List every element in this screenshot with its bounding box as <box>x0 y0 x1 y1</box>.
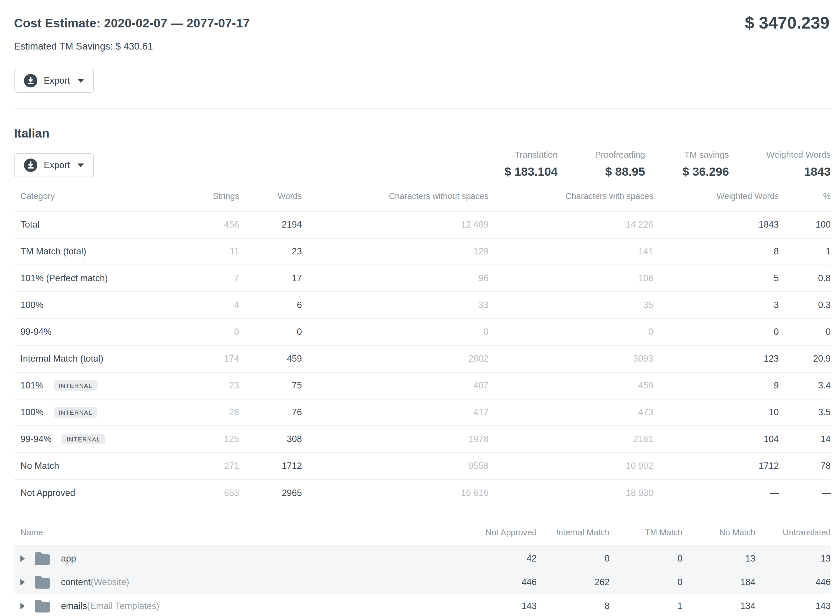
stat-proofreading: Proofreading $ 88.95 <box>595 150 645 179</box>
category-label: Not Approved <box>21 488 75 498</box>
weighted-words-value: 3 <box>653 292 779 318</box>
category-table-row: Internal Match (total) 174 459 2802 3093… <box>14 345 831 372</box>
tm-savings-line: Estimated TM Savings: $ 430.61 <box>14 41 831 52</box>
category-table-row: Total 456 2194 12 489 14 226 1843 100 <box>14 211 831 238</box>
stat-value: $ 36.296 <box>683 165 729 179</box>
files-table-row[interactable]: app 42 0 0 13 13 <box>14 546 831 570</box>
words-value: 2194 <box>239 211 302 238</box>
percent-value: — <box>779 479 831 506</box>
files-table-row[interactable]: content(Website) 446 262 0 184 446 <box>14 570 831 594</box>
stat-label: TM savings <box>683 150 729 160</box>
internal-badge: INTERNAL <box>62 434 105 444</box>
chars-without-spaces-value: 16 616 <box>302 479 488 506</box>
chars-without-spaces-value: 407 <box>302 372 488 399</box>
language-export-button[interactable]: Export <box>14 153 94 177</box>
expand-caret-icon[interactable] <box>21 579 25 585</box>
language-heading: Italian <box>14 126 831 141</box>
chars-without-spaces-value: 129 <box>302 238 488 265</box>
not-approved-value: 446 <box>452 570 537 594</box>
column-header-tm-match: TM Match <box>610 528 683 546</box>
column-header-name: Name <box>14 528 452 546</box>
strings-value: 23 <box>177 372 239 399</box>
percent-value: 3.4 <box>779 372 831 399</box>
strings-value: 7 <box>177 265 239 292</box>
no-match-value: 184 <box>683 570 755 594</box>
stat-value: $ 183.104 <box>505 165 558 179</box>
category-table-row: 101% INTERNAL 23 75 407 459 9 3.4 <box>14 372 831 399</box>
percent-value: 0.3 <box>779 292 831 318</box>
column-header-not-approved: Not Approved <box>452 528 537 546</box>
chars-with-spaces-value: 0 <box>488 318 653 345</box>
category-table-row: 100% 4 6 33 35 3 0.3 <box>14 292 831 318</box>
files-table-row[interactable]: emails(Email Templates) 143 8 1 134 143 <box>14 594 831 616</box>
expand-caret-icon[interactable] <box>21 555 25 562</box>
percent-value: 20.9 <box>779 345 831 372</box>
weighted-words-value: 9 <box>653 372 779 399</box>
words-value: 76 <box>239 399 302 426</box>
category-label: Total <box>21 219 40 230</box>
chars-without-spaces-value: 2802 <box>302 345 488 372</box>
grand-total-amount: $ 3470.239 <box>745 13 830 32</box>
internal-match-value: 0 <box>537 546 610 570</box>
category-label: TM Match (total) <box>21 246 86 257</box>
category-table-row: 101% (Perfect match) 7 17 96 106 5 0.8 <box>14 265 831 292</box>
chevron-down-icon <box>78 163 84 167</box>
chars-with-spaces-value: 141 <box>488 238 653 265</box>
weighted-words-value: 5 <box>653 265 779 292</box>
column-header-untranslated: Untranslated <box>755 528 831 546</box>
percent-value: 0.8 <box>779 265 831 292</box>
not-approved-value: 42 <box>452 546 537 570</box>
chars-without-spaces-value: 1978 <box>302 426 488 453</box>
cost-estimate-page: Cost Estimate: 2020-02-07 — 2077-07-17 $… <box>0 0 840 616</box>
stat-label: Proofreading <box>595 150 645 160</box>
words-value: 1712 <box>239 453 302 479</box>
stat-label: Weighted Words <box>766 150 831 160</box>
category-table-row: TM Match (total) 11 23 129 141 8 1 <box>14 238 831 265</box>
weighted-words-value: 123 <box>653 345 779 372</box>
untranslated-value: 143 <box>755 594 831 616</box>
chars-with-spaces-value: 14 226 <box>488 211 653 238</box>
category-table-row: No Match 271 1712 9558 10 992 1712 78 <box>14 453 831 479</box>
untranslated-value: 13 <box>755 546 831 570</box>
column-header-internal-match: Internal Match <box>537 528 610 546</box>
files-table-header: Name Not Approved Internal Match TM Matc… <box>14 528 831 546</box>
column-header-weighted-words: Weighted Words <box>653 191 779 211</box>
strings-value: 174 <box>177 345 239 372</box>
strings-value: 456 <box>177 211 239 238</box>
export-button[interactable]: Export <box>14 69 94 93</box>
download-icon <box>24 74 37 87</box>
tm-match-value: 1 <box>610 594 683 616</box>
percent-value: 100 <box>779 211 831 238</box>
strings-value: 26 <box>177 399 239 426</box>
chars-with-spaces-value: 18 930 <box>488 479 653 506</box>
page-title: Cost Estimate: 2020-02-07 — 2077-07-17 <box>14 0 831 30</box>
untranslated-value: 446 <box>755 570 831 594</box>
percent-value: 78 <box>779 453 831 479</box>
weighted-words-value: 1712 <box>653 453 779 479</box>
category-table-header: Category Strings Words Characters withou… <box>14 191 831 211</box>
percent-value: 3.5 <box>779 399 831 426</box>
words-value: 0 <box>239 318 302 345</box>
chars-without-spaces-value: 0 <box>302 318 488 345</box>
tm-match-value: 0 <box>610 546 683 570</box>
category-label: Internal Match (total) <box>21 353 103 364</box>
column-header-chars-without-spaces: Characters without spaces <box>302 191 488 211</box>
category-label: 101% (Perfect match) <box>21 273 108 283</box>
column-header-chars-with-spaces: Characters with spaces <box>488 191 653 211</box>
internal-badge: INTERNAL <box>54 380 97 391</box>
stat-value: 1843 <box>766 165 831 179</box>
chars-with-spaces-value: 10 992 <box>488 453 653 479</box>
column-header-no-match: No Match <box>683 528 755 546</box>
weighted-words-value: 104 <box>653 426 779 453</box>
strings-value: 271 <box>177 453 239 479</box>
internal-match-value: 8 <box>537 594 610 616</box>
expand-caret-icon[interactable] <box>21 603 25 609</box>
words-value: 459 <box>239 345 302 372</box>
strings-value: 653 <box>177 479 239 506</box>
words-value: 2965 <box>239 479 302 506</box>
category-label: 100% <box>21 407 43 417</box>
chars-with-spaces-value: 106 <box>488 265 653 292</box>
weighted-words-value: — <box>653 479 779 506</box>
folder-icon <box>33 573 51 591</box>
category-table-row: 99-94% INTERNAL 125 308 1978 2161 104 14 <box>14 426 831 453</box>
